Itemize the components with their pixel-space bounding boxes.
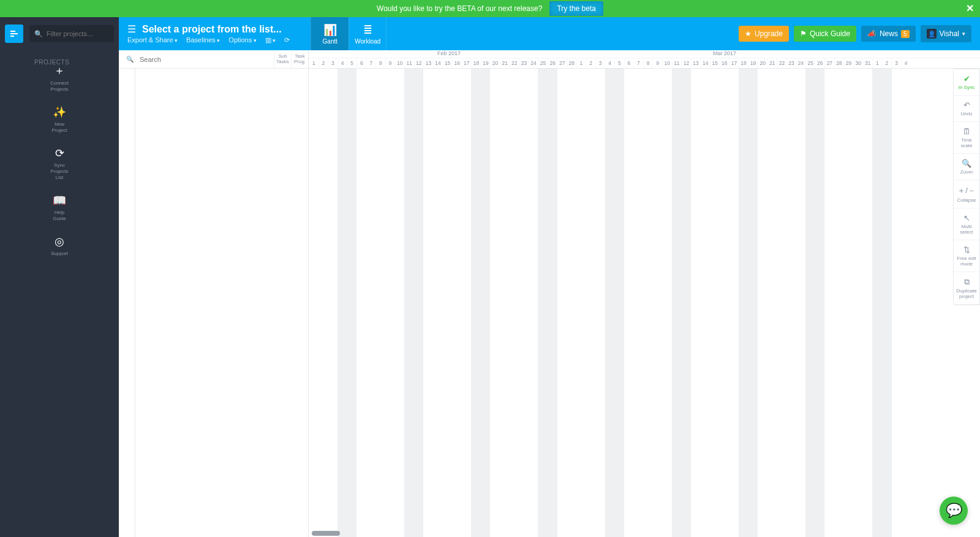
timeline-day: 4	[605, 58, 614, 68]
timeline-day: 1	[309, 58, 318, 68]
options-menu[interactable]: Options	[228, 36, 256, 44]
timeline-day: 4	[901, 58, 911, 68]
refresh-icon[interactable]: ⟳	[284, 36, 290, 44]
timeline-day: 5	[347, 58, 356, 68]
timeline-day: 31	[862, 58, 872, 68]
banner-text: Would you like to try the BETA of our ne…	[377, 4, 542, 13]
timeline-day: 6	[356, 58, 366, 68]
sidebar-item-support[interactable]: ◎ Support	[45, 226, 74, 262]
book-icon: 📖	[45, 194, 74, 207]
timeline-day: 7	[633, 58, 643, 68]
timeline-day: 1	[576, 58, 586, 68]
undo-button[interactable]: ↶Undo	[954, 96, 979, 122]
tab-label: Workload	[355, 38, 380, 45]
check-circle-icon: ✔	[955, 74, 978, 83]
weekend-stripe	[471, 69, 490, 537]
weekend-stripe	[605, 69, 624, 537]
timeline-day: 8	[643, 58, 653, 68]
timeline-day: 11	[672, 58, 682, 68]
tab-label: Gantt	[323, 38, 337, 45]
timeline-day: 10	[394, 58, 404, 68]
timeline-day: 17	[462, 58, 472, 68]
calendar-icon: 🗓	[955, 127, 978, 136]
multi-select-button[interactable]: ↖Multi select	[954, 208, 979, 240]
collapse-icon: ＋/－	[955, 185, 978, 196]
timeline-day: 30	[853, 58, 863, 68]
news-button[interactable]: 📣News5	[861, 26, 916, 42]
weekend-stripe	[739, 69, 758, 537]
weekend-stripe	[404, 69, 423, 537]
timeline-day: 2	[586, 58, 595, 68]
flag-icon: ⚑	[800, 29, 807, 38]
timeline-day: 12	[414, 58, 424, 68]
sync-status[interactable]: ✔In Sync	[954, 69, 979, 96]
export-share-menu[interactable]: Export & Share	[127, 36, 178, 44]
timeline-day: 25	[538, 58, 548, 68]
tab-gantt[interactable]: 📊 Gantt	[311, 17, 349, 50]
columns-menu[interactable]: ▥	[265, 36, 276, 44]
timeline-day: 24	[529, 58, 538, 68]
timeline-day: 22	[509, 58, 519, 68]
timeline-month-label: Mar 2017	[713, 50, 736, 56]
upgrade-button[interactable]: ★Upgrade	[739, 26, 789, 42]
timeline-day: 8	[375, 58, 385, 68]
timeline-day: 9	[652, 58, 662, 68]
sidebar-item-new-project[interactable]: ✨ New Project	[45, 97, 74, 138]
timeline-day: 16	[720, 58, 729, 68]
timeline-day: 13	[423, 58, 433, 68]
timeline-day: 29	[843, 58, 853, 68]
baselines-menu[interactable]: Baselines	[186, 36, 220, 44]
filter-projects-input-wrap[interactable]: 🔍	[29, 25, 114, 42]
timeline-day: 16	[452, 58, 462, 68]
timeline-day: 25	[805, 58, 815, 68]
quick-guide-button[interactable]: ⚑Quick Guide	[794, 26, 856, 42]
star-icon: ★	[745, 29, 752, 38]
sidebar-item-help-guide[interactable]: 📖 Help Guide	[45, 185, 74, 226]
horizontal-scrollbar-thumb[interactable]	[312, 531, 340, 536]
chat-fab[interactable]: 💬	[940, 497, 968, 525]
duplicate-project-button[interactable]: ⧉Duplicate project	[954, 272, 979, 305]
menu-icon[interactable]: ☰	[127, 23, 136, 35]
timeline-day: 3	[595, 58, 605, 68]
timeline-day: 23	[519, 58, 529, 68]
col-sub-tasks[interactable]: SubTasks	[274, 50, 291, 69]
timeline-day: 3	[891, 58, 901, 68]
lifesaver-icon: ◎	[45, 235, 74, 248]
timeline-day: 4	[337, 58, 347, 68]
right-toolbar: ✔In Sync ↶Undo 🗓Time scale 🔍Zoom ＋/－Coll…	[953, 69, 980, 305]
updown-icon: ⇅	[955, 245, 978, 254]
col-task-progress[interactable]: TaskProg.	[291, 50, 308, 69]
timeline-day: 24	[796, 58, 805, 68]
timeline-day: 22	[777, 58, 786, 68]
task-search-input[interactable]	[140, 56, 274, 63]
timeline-day: 6	[624, 58, 634, 68]
timeline-day: 20	[490, 58, 500, 68]
gantt-icon: 📊	[323, 23, 337, 37]
app-logo[interactable]	[5, 25, 23, 43]
gantt-timeline[interactable]	[309, 69, 980, 537]
search-icon: 🔍	[34, 30, 43, 38]
timeline-day: 21	[500, 58, 510, 68]
gantt-logo-icon	[9, 29, 19, 39]
megaphone-icon: 📣	[867, 29, 876, 38]
timeline-day: 15	[710, 58, 720, 68]
user-menu[interactable]: 👤Vishal	[921, 25, 971, 42]
zoom-button[interactable]: 🔍Zoom	[954, 154, 979, 180]
svg-rect-2	[10, 36, 14, 37]
time-scale-button[interactable]: 🗓Time scale	[954, 122, 979, 154]
free-edit-button[interactable]: ⇅Free edit mode	[954, 240, 979, 272]
tab-workload[interactable]: ≣ Workload	[349, 17, 386, 50]
try-beta-button[interactable]: Try the beta	[549, 1, 603, 16]
filter-projects-input[interactable]	[47, 30, 109, 37]
close-icon[interactable]: ✕	[966, 2, 974, 14]
timeline-day: 19	[481, 58, 491, 68]
weekend-stripe	[337, 69, 356, 537]
timeline-day: 3	[328, 58, 337, 68]
timeline-day: 28	[567, 58, 576, 68]
sidebar-item-sync-projects[interactable]: ⟳ Sync Projects List	[45, 138, 74, 185]
collapse-button[interactable]: ＋/－Collapse	[954, 180, 979, 208]
task-list-pane[interactable]	[119, 69, 309, 537]
timeline-day: 27	[824, 58, 834, 68]
wand-icon: ✨	[45, 105, 74, 119]
main-area: ☰ Select a project from the list... Expo…	[119, 17, 980, 537]
